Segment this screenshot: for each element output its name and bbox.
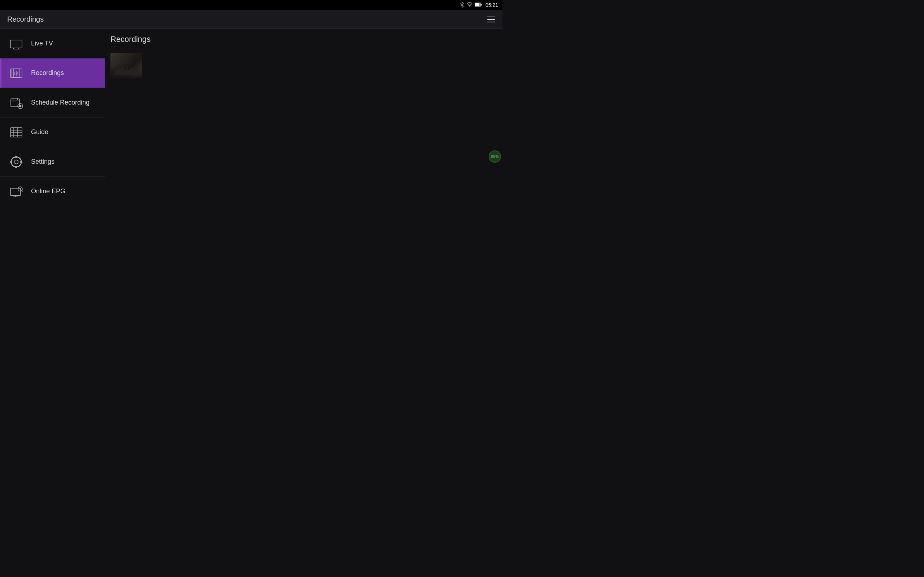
sidebar-item-settings-label: Settings: [31, 158, 55, 166]
svg-point-0: [469, 6, 470, 7]
menu-button[interactable]: [487, 16, 495, 23]
hamburger-line-2: [487, 19, 495, 20]
svg-point-27: [11, 157, 21, 167]
sidebar-item-online-epg[interactable]: Online EPG: [0, 177, 105, 206]
sidebar-item-recordings[interactable]: Recordings: [0, 58, 105, 88]
svg-rect-20: [10, 128, 22, 137]
sidebar-item-epg-label: Online EPG: [31, 187, 65, 195]
svg-rect-4: [10, 40, 22, 48]
battery-icon: [475, 3, 482, 8]
page-title: Recordings: [7, 15, 44, 23]
sidebar-item-live-tv[interactable]: Live TV: [0, 29, 105, 58]
svg-point-26: [15, 160, 18, 164]
svg-rect-28: [10, 188, 21, 195]
wifi-icon: [467, 2, 472, 8]
sidebar-item-guide-label: Guide: [31, 128, 48, 136]
hamburger-line-3: [487, 22, 495, 23]
status-icons: 05:21: [459, 2, 498, 9]
epg-icon: [9, 184, 24, 199]
tv-icon: [9, 36, 24, 51]
sidebar-item-recordings-label: Recordings: [31, 69, 64, 77]
bluetooth-icon: [459, 2, 465, 9]
svg-point-19: [19, 105, 22, 107]
top-bar: Recordings: [0, 10, 502, 29]
svg-rect-14: [11, 99, 19, 107]
thumb-image: [110, 53, 142, 78]
svg-rect-2: [480, 3, 481, 5]
sidebar-item-settings[interactable]: Settings: [0, 147, 105, 177]
svg-line-33: [22, 190, 23, 192]
main-content: Recordings: [105, 29, 502, 313]
sidebar-item-schedule-recording[interactable]: Schedule Recording: [0, 88, 105, 118]
battery-percent: 88%: [491, 154, 499, 159]
sidebar: Live TV Recordings: [0, 29, 105, 313]
hamburger-line-1: [487, 16, 495, 17]
schedule-icon: [9, 95, 24, 110]
recordings-grid: [110, 53, 497, 78]
settings-icon: [9, 154, 24, 169]
status-bar: 05:21: [0, 0, 502, 10]
guide-icon: [9, 125, 24, 140]
sidebar-item-schedule-label: Schedule Recording: [31, 99, 89, 106]
recordings-page-title: Recordings: [110, 35, 497, 47]
sidebar-item-guide[interactable]: Guide: [0, 118, 105, 147]
battery-badge: 88%: [489, 150, 501, 163]
sidebar-item-live-tv-label: Live TV: [31, 40, 53, 47]
svg-rect-3: [475, 3, 479, 6]
recordings-icon: [9, 66, 24, 81]
recording-thumbnail[interactable]: [110, 53, 142, 78]
status-time: 05:21: [485, 2, 498, 8]
